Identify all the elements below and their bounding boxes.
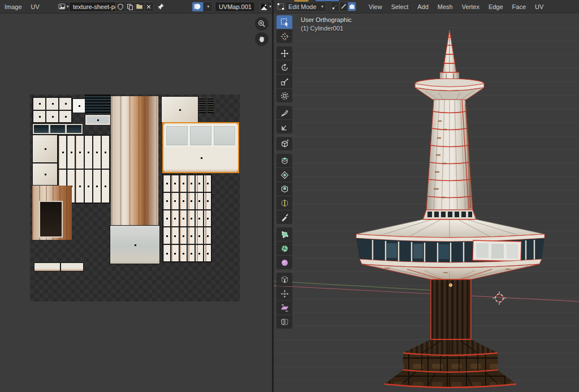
selection-handle[interactable]	[237, 122, 239, 124]
uv-face[interactable]	[195, 244, 203, 262]
tool-transform[interactable]	[276, 89, 292, 102]
tool-loop-cut[interactable]	[276, 196, 292, 210]
tower-pedestal[interactable]	[384, 339, 516, 388]
uv-face[interactable]	[163, 244, 171, 262]
tool-bevel[interactable]	[276, 182, 292, 196]
unlink-image-button[interactable]	[144, 2, 154, 12]
menu-uv[interactable]: UV	[27, 0, 44, 14]
uv-face[interactable]	[163, 227, 171, 244]
tool-add-cube[interactable]	[276, 137, 292, 150]
uv-island-selected[interactable]	[162, 122, 239, 173]
selected-face-highlight[interactable]	[473, 240, 521, 261]
tool-measure[interactable]	[276, 120, 292, 133]
uv-island-bright[interactable]	[72, 98, 86, 113]
tower-column[interactable]	[431, 279, 471, 339]
texture-patch-photo-dark[interactable]	[85, 94, 111, 113]
uv-face[interactable]	[33, 110, 46, 123]
uv-face[interactable]	[84, 135, 93, 169]
uv-island-grid-rust[interactable]	[162, 174, 212, 262]
pan-gizmo-button[interactable]	[255, 32, 269, 46]
uv-island-strip-white[interactable]	[34, 262, 84, 272]
tool-inset-faces[interactable]	[276, 168, 292, 182]
image-browse-dropdown[interactable]: ▾	[58, 2, 69, 12]
menu-view[interactable]: View	[364, 0, 387, 14]
uv-face[interactable]	[187, 175, 195, 192]
texture-patch-vent[interactable]	[199, 97, 214, 113]
uv-island-white[interactable]	[161, 96, 198, 123]
menu-face[interactable]: Face	[508, 0, 530, 14]
uv-face[interactable]	[204, 244, 211, 262]
tower-shaft[interactable]	[426, 100, 473, 210]
uv-face[interactable]	[195, 192, 203, 210]
menu-add[interactable]: Add	[413, 0, 433, 14]
tool-edge-slide[interactable]	[276, 273, 292, 286]
uv-face[interactable]	[195, 175, 203, 192]
tool-extrude-region[interactable]	[276, 154, 292, 167]
uv-island-white[interactable]	[32, 163, 58, 186]
tower-observation-deck[interactable]	[356, 219, 545, 281]
vertex-select-button[interactable]	[331, 2, 339, 11]
texture-patch-photo-rust[interactable]	[111, 96, 158, 225]
uv-face[interactable]	[204, 210, 211, 227]
uv-face[interactable]	[179, 244, 187, 262]
uv-face[interactable]	[187, 192, 195, 210]
tool-spin[interactable]	[276, 242, 292, 255]
uv-island-white[interactable]	[32, 135, 58, 163]
uv-face[interactable]	[163, 192, 171, 210]
tower-3d-model[interactable]	[356, 30, 545, 388]
tower-spire[interactable]	[440, 30, 459, 86]
uv-face[interactable]	[179, 192, 187, 210]
uv-face[interactable]	[204, 227, 211, 244]
uv-face[interactable]	[171, 244, 179, 262]
uv-face[interactable]	[171, 192, 179, 210]
selection-handle[interactable]	[162, 171, 165, 173]
uv-sphere-button[interactable]	[192, 2, 203, 12]
texture-patch-door[interactable]	[32, 186, 72, 240]
editor-type-button[interactable]	[276, 2, 286, 12]
uv-face[interactable]	[59, 110, 72, 123]
tool-knife[interactable]	[276, 210, 292, 224]
uv-face[interactable]	[171, 227, 179, 244]
uv-editor-canvas[interactable]	[0, 14, 272, 392]
tool-select-box[interactable]	[276, 15, 292, 29]
pin-button[interactable]	[157, 3, 165, 10]
tower-shaft-window-ring[interactable]	[423, 210, 476, 219]
uv-face[interactable]	[163, 175, 171, 192]
tool-rotate[interactable]	[276, 61, 292, 74]
uv-island-grid-white[interactable]	[32, 97, 72, 123]
mode-dropdown[interactable]: Edit Mode ▾	[286, 2, 326, 12]
tool-move[interactable]	[276, 46, 292, 60]
uv-face[interactable]	[179, 210, 187, 227]
uv-face[interactable]	[59, 97, 72, 110]
selection-handle[interactable]	[237, 171, 239, 173]
menu-select[interactable]: Select	[387, 0, 413, 14]
uv-island-winstrip[interactable]	[32, 123, 83, 135]
uv-face[interactable]	[163, 210, 171, 227]
tower-upper-disc[interactable]	[415, 79, 484, 101]
zoom-gizmo-button[interactable]	[255, 17, 269, 31]
uv-face[interactable]	[46, 97, 59, 110]
face-select-button[interactable]	[348, 2, 356, 11]
new-image-button[interactable]	[125, 2, 135, 12]
menu-image[interactable]: Image	[0, 0, 27, 14]
uv-face[interactable]	[33, 97, 46, 110]
uv-face[interactable]	[93, 135, 101, 169]
uv-face[interactable]	[204, 192, 211, 210]
uv-face[interactable]	[101, 135, 110, 169]
fake-user-button[interactable]	[115, 2, 125, 12]
uv-face[interactable]	[75, 135, 84, 169]
edge-select-button[interactable]	[339, 2, 348, 11]
uv-face[interactable]	[75, 169, 84, 203]
uv-map-name-field[interactable]: UVMap.001	[215, 2, 255, 12]
uv-face[interactable]	[195, 210, 203, 227]
uv-face[interactable]	[93, 169, 101, 203]
selection-handle[interactable]	[162, 122, 165, 124]
image-name-field[interactable]: texture-sheet-poster…	[69, 2, 115, 12]
uv-face[interactable]	[187, 244, 195, 262]
tool-annotate[interactable]	[276, 106, 292, 119]
uv-island-lightwin[interactable]	[85, 114, 111, 126]
menu-uv[interactable]: UV	[530, 0, 548, 14]
menu-mesh[interactable]: Mesh	[433, 0, 457, 14]
tool-cursor[interactable]	[276, 29, 292, 43]
tool-shear[interactable]	[276, 301, 292, 315]
